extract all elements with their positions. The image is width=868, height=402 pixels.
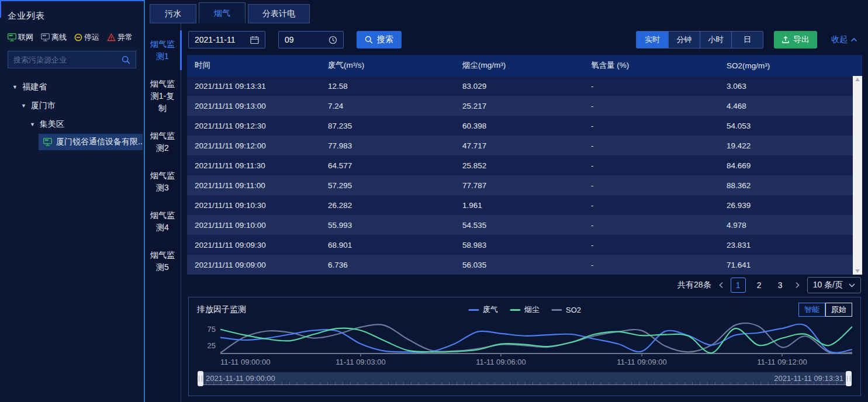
enterprise-search-input[interactable]	[13, 56, 122, 64]
tree-node[interactable]: ▼厦门市	[21, 96, 136, 115]
top-tab-分表计电[interactable]: 分表计电	[248, 4, 310, 23]
table-cell: -	[583, 161, 719, 170]
pagination: 共有28条 123 10 条/页	[187, 275, 862, 296]
table-cell: 4.978	[719, 221, 853, 230]
legend-line-icon	[510, 309, 520, 311]
prev-page-icon[interactable]	[718, 282, 724, 289]
tree-node[interactable]: ▼福建省	[12, 78, 136, 96]
station-tab[interactable]: 烟气监测2	[145, 122, 182, 162]
clock-icon	[328, 36, 337, 44]
monitor-offline-icon	[41, 33, 50, 41]
station-tab[interactable]: 烟气监测1	[145, 30, 182, 70]
tree-expand-icon[interactable]: ▼	[21, 103, 27, 109]
station-tab-strip: 烟气监测1烟气监测1-复制烟气监测2烟气监测3烟气监测4烟气监测5	[145, 23, 181, 402]
abnormal-icon	[107, 33, 116, 41]
hour-value: 09	[285, 35, 294, 44]
tree-node-label: 集美区	[40, 119, 64, 130]
legend-item-废气[interactable]: 废气	[468, 304, 498, 315]
station-tab[interactable]: 烟气监测4	[145, 202, 182, 241]
hour-picker[interactable]: 09	[278, 31, 344, 48]
table-cell: 12.58	[320, 82, 455, 91]
chart-mode-原始[interactable]: 原始	[825, 303, 852, 317]
legend-item-SO2[interactable]: SO2	[551, 306, 581, 314]
slider-right-handle[interactable]	[846, 371, 852, 386]
table-row: 2021/11/11 09:10:0055.99354.535-4.978	[187, 215, 853, 235]
legend-label: 烟尘	[524, 304, 540, 315]
table-cell: 2021/11/11 09:10:00	[187, 221, 320, 230]
table-cell: -	[583, 201, 719, 210]
chart-area: 2575	[197, 321, 852, 357]
status-legend-label: 离线	[51, 32, 67, 43]
page-size-select[interactable]: 10 条/页	[807, 277, 861, 293]
table-cell: -	[583, 82, 719, 91]
table-cell: 77.787	[455, 181, 583, 190]
table-cell: 77.983	[320, 141, 455, 150]
tree-node-label: 福建省	[22, 82, 47, 92]
next-page-icon[interactable]	[795, 282, 800, 289]
pagination-total: 共有28条	[677, 280, 711, 290]
toolbar-right: 实时分钟小时日 导出 收起	[636, 31, 862, 48]
page-number-3[interactable]: 3	[773, 278, 788, 293]
page-number-1[interactable]: 1	[731, 278, 746, 293]
tree-node[interactable]: ▼集美区	[30, 115, 136, 134]
table-row: 2021/11/11 09:11:3064.57725.852-84.669	[187, 155, 853, 175]
table-cell: 71.641	[719, 261, 853, 269]
chart-mode-智能[interactable]: 智能	[798, 303, 825, 317]
table-cell: 84.669	[719, 161, 853, 170]
table-row: 2021/11/11 09:13:3112.5883.029-3.063	[187, 76, 853, 96]
top-tab-烟气[interactable]: 烟气	[199, 2, 245, 23]
table-cell: 19.422	[719, 141, 853, 150]
status-legend-item: 停运	[74, 32, 99, 43]
tree-expand-icon[interactable]: ▼	[12, 84, 18, 90]
status-legend-item: 离线	[41, 32, 67, 43]
collapse-toggle[interactable]: 收起	[831, 34, 857, 45]
table-cell: 26.282	[320, 201, 455, 210]
legend-line-icon	[551, 309, 562, 311]
station-tab[interactable]: 烟气监测3	[145, 162, 182, 202]
calendar-icon	[250, 36, 259, 44]
top-tab-污水[interactable]: 污水	[150, 4, 196, 23]
status-legend-item: 联网	[8, 32, 33, 43]
date-picker[interactable]: 2021-11-11	[188, 31, 265, 48]
station-tab[interactable]: 烟气监测5	[145, 241, 182, 281]
export-label: 导出	[793, 34, 810, 45]
tree-expand-icon[interactable]: ▼	[30, 122, 36, 127]
granularity-日[interactable]: 日	[731, 32, 763, 48]
table-scrollbar[interactable]	[853, 76, 862, 275]
scroll-up-icon[interactable]	[855, 78, 860, 81]
legend-label: 废气	[483, 304, 498, 315]
granularity-分钟[interactable]: 分钟	[668, 32, 700, 48]
main-area: 污水烟气分表计电 烟气监测1烟气监测1-复制烟气监测2烟气监测3烟气监测4烟气监…	[144, 0, 868, 402]
slider-end-label: 2021-11-11 09:13:31	[774, 374, 843, 383]
chart-mode-group: 智能原始	[798, 303, 852, 317]
page-number-2[interactable]: 2	[752, 278, 767, 293]
table-cell: -	[583, 122, 719, 130]
granularity-实时[interactable]: 实时	[637, 32, 668, 48]
slider-left-handle[interactable]	[198, 371, 203, 386]
slider-start-label: 2021-11-11 09:00:00	[206, 374, 275, 383]
query-toolbar: 2021-11-11 09	[187, 28, 862, 51]
chevron-up-icon	[850, 37, 857, 42]
table-cell: -	[583, 241, 719, 249]
table-cell: -	[583, 261, 719, 269]
table-cell: 2021/11/11 09:12:00	[187, 141, 320, 150]
search-icon[interactable]	[122, 56, 130, 64]
granularity-小时[interactable]: 小时	[700, 32, 731, 48]
tree-node-selected[interactable]: 厦门锐谷通信设备有限...	[39, 134, 143, 150]
station-tab[interactable]: 烟气监测1-复制	[145, 70, 182, 122]
x-tick-label: 11-11 09:06:00	[476, 358, 526, 366]
tree-node-label: 厦门锐谷通信设备有限...	[56, 137, 143, 147]
chart-title: 排放因子监测	[197, 304, 246, 315]
table-cell: 25.217	[455, 102, 583, 110]
export-button[interactable]: 导出	[774, 31, 817, 48]
scroll-down-icon[interactable]	[855, 269, 860, 273]
chart-plot	[220, 321, 852, 357]
date-value: 2021-11-11	[195, 35, 236, 44]
search-button[interactable]: 搜索	[357, 31, 402, 48]
chart-y-axis: 2575	[197, 321, 220, 357]
time-range-slider[interactable]: 2021-11-11 09:00:00 2021-11-11 09:13:31	[198, 372, 851, 385]
status-legend-label: 联网	[18, 32, 33, 43]
table-cell: 2021/11/11 09:11:30	[187, 161, 320, 170]
table-header: 时间废气(m³/s)烟尘(mg/m³)氧含量 (%)SO2(mg/m³)	[187, 55, 862, 76]
legend-item-烟尘[interactable]: 烟尘	[510, 304, 540, 315]
